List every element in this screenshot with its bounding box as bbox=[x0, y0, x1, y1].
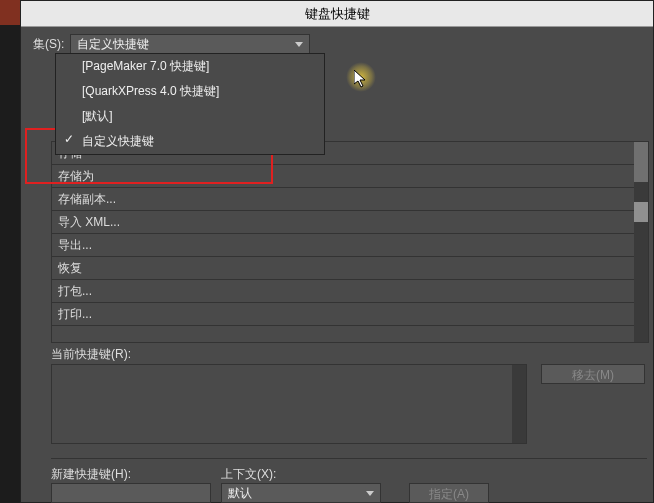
dropdown-item[interactable]: [PageMaker 7.0 快捷键] bbox=[56, 54, 324, 79]
context-label: 上下文(X): bbox=[221, 466, 276, 483]
set-dropdown-menu[interactable]: [PageMaker 7.0 快捷键][QuarkXPress 4.0 快捷键]… bbox=[55, 53, 325, 155]
current-shortcut-label: 当前快捷键(R): bbox=[51, 346, 131, 363]
chevron-down-icon bbox=[366, 491, 374, 496]
list-scrollbar-track[interactable] bbox=[634, 142, 648, 342]
commands-listbox[interactable]: 存储存储为存储副本...导入 XML...导出...恢复打包...打印... bbox=[51, 141, 649, 343]
list-item[interactable]: 存储副本... bbox=[52, 188, 634, 211]
dropdown-item[interactable]: 自定义快捷键 bbox=[56, 129, 324, 154]
set-dropdown[interactable]: 自定义快捷键 bbox=[70, 34, 310, 54]
context-value: 默认 bbox=[228, 483, 252, 503]
list-item[interactable]: 导入 XML... bbox=[52, 211, 634, 234]
list-item[interactable]: 打包... bbox=[52, 280, 634, 303]
new-shortcut-input[interactable] bbox=[51, 483, 211, 503]
chevron-down-icon bbox=[295, 42, 303, 47]
current-scrollbar[interactable] bbox=[512, 365, 526, 443]
current-shortcut-box[interactable] bbox=[51, 364, 527, 444]
divider bbox=[51, 458, 647, 459]
list-item[interactable]: 打印... bbox=[52, 303, 634, 326]
dropdown-item[interactable]: [QuarkXPress 4.0 快捷键] bbox=[56, 79, 324, 104]
new-shortcut-label: 新建快捷键(H): bbox=[51, 466, 131, 483]
list-item[interactable]: 恢复 bbox=[52, 257, 634, 280]
set-value: 自定义快捷键 bbox=[77, 34, 149, 54]
assign-button[interactable]: 指定(A) bbox=[409, 483, 489, 503]
dropdown-item[interactable]: [默认] bbox=[56, 104, 324, 129]
list-scrollbar-thumb[interactable] bbox=[634, 202, 648, 222]
context-dropdown[interactable]: 默认 bbox=[221, 483, 381, 503]
remove-button[interactable]: 移去(M) bbox=[541, 364, 645, 384]
list-item[interactable]: 存储为 bbox=[52, 165, 634, 188]
list-scrollbar-thumb[interactable] bbox=[634, 142, 648, 182]
list-item[interactable]: 导出... bbox=[52, 234, 634, 257]
dialog-title: 键盘快捷键 bbox=[21, 1, 653, 27]
set-label: 集(S): bbox=[33, 36, 64, 53]
